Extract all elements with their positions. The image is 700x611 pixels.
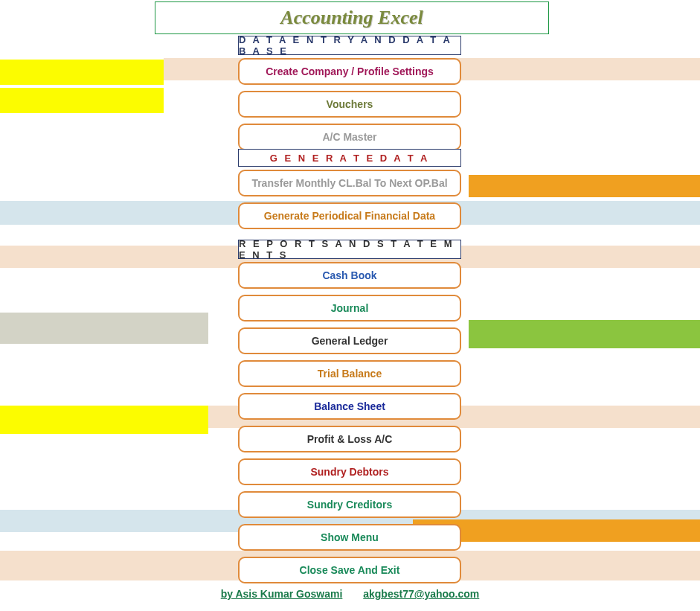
menu-button-sundry-debtors[interactable]: Sundry Debtors	[238, 458, 461, 485]
menu-button-show-menu[interactable]: Show Menu	[238, 524, 461, 551]
menu-button-a-c-master[interactable]: A/C Master	[238, 124, 461, 150]
menu-button-transfer-monthly-cl-bal-to-next-op-bal[interactable]: Transfer Monthly CL.Bal To Next OP.Bal	[238, 170, 461, 196]
section-header-data-entry: D A T A E N T R Y A N D D A T A B A S E	[238, 36, 461, 55]
menu-button-cash-book[interactable]: Cash Book	[238, 262, 461, 289]
bg-stripe	[0, 406, 208, 434]
menu-button-generate-periodical-financial-data[interactable]: Generate Periodical Financial Data	[238, 202, 461, 229]
menu-button-sundry-creditors[interactable]: Sundry Creditors	[238, 491, 461, 518]
bg-stripe	[0, 60, 164, 85]
menu-button-create-company-profile-settings[interactable]: Create Company / Profile Settings	[238, 58, 461, 85]
bg-stripe	[0, 88, 164, 113]
app-title-box: Accounting Excel	[155, 1, 549, 34]
section-header-generate: G E N E R A T E D A T A	[238, 149, 461, 167]
bg-stripe	[0, 313, 208, 344]
menu-button-trial-balance[interactable]: Trial Balance	[238, 360, 461, 387]
menu-button-vouchers[interactable]: Vouchers	[238, 91, 461, 118]
menu-button-profit-loss-a-c[interactable]: Profit & Loss A/C	[238, 426, 461, 452]
bg-stripe	[469, 175, 700, 197]
menu-button-general-ledger[interactable]: General Ledger	[238, 327, 461, 354]
menu-button-journal[interactable]: Journal	[238, 295, 461, 322]
app-title: Accounting Excel	[280, 7, 423, 29]
footer: by Asis Kumar Goswami akgbest77@yahoo.co…	[0, 588, 700, 600]
footer-email-link[interactable]: akgbest77@yahoo.com	[363, 588, 479, 600]
menu-button-close-save-and-exit[interactable]: Close Save And Exit	[238, 557, 461, 583]
bg-stripe	[469, 320, 700, 348]
footer-author-link[interactable]: by Asis Kumar Goswami	[221, 588, 343, 600]
menu-button-balance-sheet[interactable]: Balance Sheet	[238, 393, 461, 420]
section-header-reports: R E P O R T S A N D S T A T E M E N T S	[238, 240, 461, 259]
